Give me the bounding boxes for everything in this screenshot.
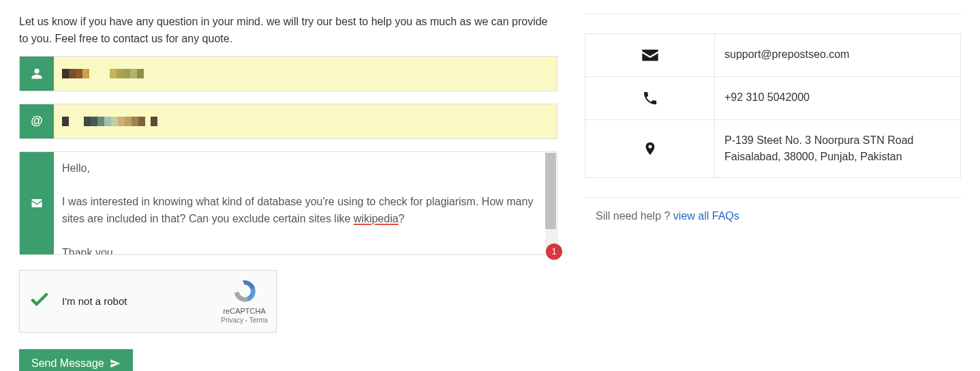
recaptcha-terms-link[interactable]: Terms — [249, 316, 268, 324]
email-input[interactable] — [54, 104, 557, 138]
recaptcha-brand: reCAPTCHA — [221, 307, 268, 315]
at-icon: @ — [20, 104, 54, 138]
name-field-row — [19, 56, 557, 91]
send-button-label: Send Message — [31, 357, 104, 370]
paper-plane-icon — [110, 358, 121, 369]
recaptcha-widget[interactable]: I'm not a robot reCAPTCHA Privacy - Term… — [19, 270, 277, 333]
intro-text: Let us know if you have any question in … — [19, 14, 557, 48]
recaptcha-label: I'm not a robot — [62, 295, 221, 307]
envelope-icon — [20, 152, 54, 254]
check-icon — [28, 288, 51, 314]
faq-help-line: Sill need help ? view all FAQs — [585, 210, 961, 222]
map-pin-icon — [585, 120, 715, 177]
email-field-row: @ — [19, 104, 557, 139]
send-message-button[interactable]: Send Message — [19, 349, 133, 371]
view-all-faqs-link[interactable]: view all FAQs — [673, 210, 739, 222]
mail-icon — [585, 34, 715, 76]
faq-prefix: Sill need help ? — [596, 210, 673, 222]
contact-address-value: P-139 Steet No. 3 Noorpura STN Road Fais… — [715, 120, 960, 177]
name-input[interactable] — [54, 57, 557, 91]
redacted-name — [62, 69, 144, 78]
user-icon — [20, 57, 54, 91]
phone-icon — [585, 77, 715, 119]
grammar-badge[interactable]: 1 — [546, 243, 562, 260]
message-field-row: Hello, I was interested in knowing what … — [19, 151, 557, 255]
redacted-email — [62, 117, 157, 126]
recaptcha-logo-icon — [232, 278, 258, 304]
right-top-divider — [585, 14, 961, 14]
contact-row-address: P-139 Steet No. 3 Noorpura STN Road Fais… — [585, 120, 960, 177]
contact-phone-value: +92 310 5042000 — [715, 77, 960, 119]
contact-email-value: support@prepostseo.com — [715, 34, 960, 76]
contact-table: support@prepostseo.com +92 310 5042000 P… — [585, 33, 961, 178]
contact-row-phone: +92 310 5042000 — [585, 77, 960, 120]
message-textarea[interactable]: Hello, I was interested in knowing what … — [54, 152, 557, 254]
contact-row-email: support@prepostseo.com — [585, 34, 960, 77]
right-bottom-divider — [585, 197, 961, 198]
recaptcha-privacy-link[interactable]: Privacy — [221, 316, 243, 324]
